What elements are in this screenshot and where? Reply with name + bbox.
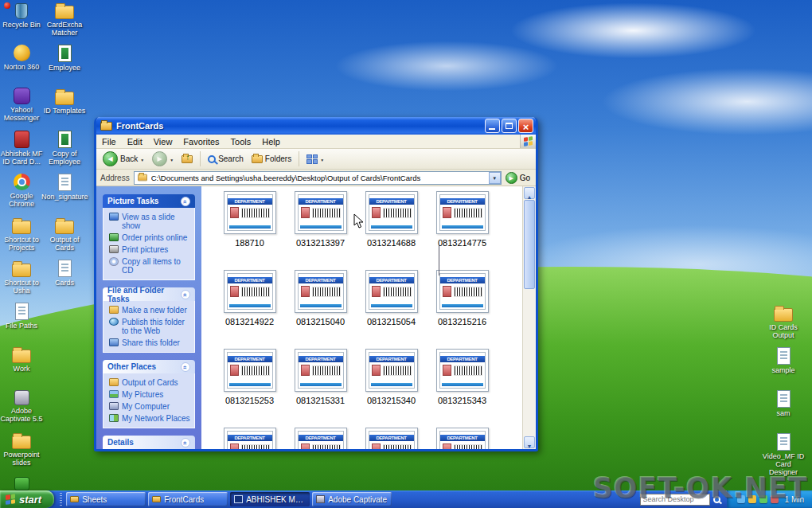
menu-help[interactable]: Help — [256, 136, 286, 147]
card-department-banner: DEPARTMENT — [299, 356, 343, 362]
scrollbar-thumb[interactable] — [524, 200, 535, 289]
taskbar-button-frontcards[interactable]: FrontCards — [148, 492, 228, 506]
id-card-thumbnail: DEPARTMENT — [439, 352, 486, 389]
go-button[interactable]: Go — [506, 172, 532, 184]
card-photo — [301, 444, 310, 449]
file-item[interactable]: DEPARTMENT0813214922 — [214, 270, 285, 349]
sidebar-item-my-network-places[interactable]: My Network Places — [105, 412, 193, 424]
sidebar-item-publish-this-folder-to-the-web[interactable]: Publish this folder to the Web — [105, 316, 193, 337]
card-barcode-icon — [454, 365, 482, 376]
views-button[interactable] — [303, 150, 327, 168]
file-item[interactable]: DEPARTMENT — [285, 428, 356, 449]
desktop-icon-video-mf-id-card-designer[interactable]: Video_MF ID Card Designer — [759, 433, 807, 476]
file-item[interactable]: DEPARTMENT — [427, 428, 498, 449]
sidebar-item-share-this-folder[interactable]: Share this folder — [105, 337, 193, 349]
file-item[interactable]: DEPARTMENT0813215054 — [356, 270, 427, 349]
forward-dropdown-icon[interactable] — [170, 154, 174, 163]
scroll-down-button[interactable] — [524, 436, 535, 448]
maximize-button[interactable] — [502, 119, 517, 133]
sidebar-section-header[interactable]: Details — [103, 436, 195, 449]
desktop-icon-norton-360[interactable]: Norton 360 — [0, 45, 43, 88]
file-item[interactable]: DEPARTMENT — [214, 428, 285, 449]
desktop-icon-sample[interactable]: sample — [759, 347, 807, 390]
sidebar-item-order-prints-online[interactable]: Order prints online — [105, 232, 193, 244]
file-item[interactable]: DEPARTMENT0813215343 — [427, 349, 498, 428]
desktop-icon-yahoo-messenger[interactable]: Yahoo! Messenger — [0, 88, 43, 131]
desktop-icon-adobe-captivate-5-5[interactable]: Adobe Captivate 5.5 — [0, 389, 43, 432]
file-item[interactable]: DEPARTMENT0813215253 — [214, 349, 285, 428]
taskbar-button-adobe-captivate[interactable]: Adobe Captivate — [312, 492, 392, 506]
desktop-icon-copy-of-employee[interactable]: Copy of Employee — [43, 131, 86, 174]
desktop-icon-google-chrome[interactable]: Google Chrome — [0, 174, 43, 217]
back-dropdown-icon[interactable] — [140, 154, 144, 163]
sidebar-section-header[interactable]: File and Folder Tasks — [103, 287, 195, 301]
desktop-icon-shortcut-to-projects[interactable]: Shortcut to Projects — [0, 217, 43, 260]
desktop-icon-id-cards-output[interactable]: ID Cards Output — [759, 304, 807, 347]
taskbar-button-sheets[interactable]: Sheets — [66, 492, 146, 506]
menu-view[interactable]: View — [148, 136, 178, 147]
desktop-icon-employee[interactable]: Employee — [43, 45, 86, 88]
vertical-scrollbar[interactable] — [522, 186, 536, 449]
folder-icon — [152, 496, 161, 502]
file-item[interactable]: DEPARTMENT0813215331 — [285, 349, 356, 428]
sidebar-item-copy-all-items-to-cd[interactable]: Copy all items to CD — [105, 256, 193, 276]
desktop-icon-sam[interactable]: sam — [759, 390, 807, 433]
card-barcode-icon — [383, 444, 412, 449]
card-department-banner: DEPARTMENT — [440, 277, 485, 283]
desktop-icon-cards[interactable]: Cards — [43, 260, 86, 303]
desktop-icon-file-paths[interactable]: File Paths — [0, 303, 43, 346]
desktop-icon-non-signature[interactable]: Non_signature — [43, 174, 86, 217]
file-item[interactable]: DEPARTMENT0813214775 — [427, 191, 498, 270]
captivate-icon — [316, 495, 325, 503]
app-icon — [234, 495, 243, 503]
window-titlebar[interactable]: FrontCards — [96, 117, 536, 135]
desktop-icon-shortcut-to-usha[interactable]: Shortcut to Usha — [0, 260, 43, 303]
sidebar-item-make-a-new-folder[interactable]: Make a new folder — [105, 304, 193, 316]
folders-button[interactable]: Folders — [248, 150, 295, 168]
file-thumbnail: DEPARTMENT — [436, 270, 489, 313]
desktop-icon-id-templates[interactable]: ID Templates — [43, 88, 86, 131]
window-title: FrontCards — [116, 121, 485, 131]
back-button[interactable]: Back — [100, 150, 147, 168]
desktop-icon-work[interactable]: Work — [0, 346, 43, 389]
sidebar-section-header[interactable]: Picture Tasks — [103, 194, 195, 208]
sidebar-item-output-of-cards[interactable]: Output of Cards — [105, 377, 193, 389]
desktop-icon-cardexcha-matcher[interactable]: CardExcha Matcher — [43, 2, 86, 45]
menu-edit[interactable]: Edit — [122, 136, 148, 147]
id-card-thumbnail: DEPARTMENT — [227, 194, 273, 231]
file-item[interactable]: DEPARTMENT — [356, 428, 427, 449]
doc-icon — [777, 347, 791, 365]
scroll-up-button[interactable] — [524, 187, 535, 199]
file-item[interactable]: DEPARTMENT0313213397 — [285, 191, 356, 270]
address-combobox[interactable]: C:\Documents and Settings\usha.beereddy\… — [134, 171, 502, 185]
up-button[interactable] — [178, 150, 196, 168]
file-item[interactable]: DEPARTMENT0813215216 — [427, 270, 498, 349]
menu-favorites[interactable]: Favorites — [178, 136, 224, 147]
desktop-icon-abhishek-mf-id-card-d[interactable]: Abhishek MF ID Card D... — [0, 131, 43, 174]
views-dropdown-icon[interactable] — [320, 154, 324, 163]
file-item[interactable]: DEPARTMENT0813215340 — [356, 349, 427, 428]
sidebar-item-my-computer[interactable]: My Computer — [105, 401, 193, 412]
sidebar-section-header[interactable]: Other Places — [103, 360, 195, 373]
folder-icon — [12, 436, 31, 449]
desktop-icon-powerpoint-slides[interactable]: Powerpoint slides — [0, 432, 43, 475]
file-thumbnail: DEPARTMENT — [295, 191, 347, 234]
address-dropdown-button[interactable] — [489, 172, 501, 184]
file-item[interactable]: DEPARTMENT188710 — [214, 191, 285, 270]
forward-button[interactable] — [149, 150, 177, 168]
desktop-icon-label: ID Cards Output — [760, 323, 806, 339]
minimize-button[interactable] — [485, 119, 500, 133]
sidebar-item-my-pictures[interactable]: My Pictures — [105, 389, 193, 401]
file-thumbnail: DEPARTMENT — [295, 349, 347, 392]
search-button[interactable]: Search — [205, 150, 247, 168]
sidebar-item-print-pictures[interactable]: Print pictures — [105, 244, 193, 256]
file-item[interactable]: DEPARTMENT0813215040 — [285, 270, 356, 349]
file-item[interactable]: DEPARTMENT0313214688 — [356, 191, 427, 270]
menu-file[interactable]: File — [96, 136, 122, 147]
start-button[interactable]: start — [0, 490, 54, 508]
sidebar-item-view-as-a-slide-show[interactable]: View as a slide show — [105, 211, 193, 232]
taskbar-button-abhishek-multi-fu[interactable]: ABHISHEK MULTI FU... — [230, 492, 310, 506]
menu-tools[interactable]: Tools — [225, 136, 257, 147]
desktop-icon-output-of-cards[interactable]: Output of Cards — [43, 217, 86, 260]
close-button[interactable] — [518, 119, 533, 133]
